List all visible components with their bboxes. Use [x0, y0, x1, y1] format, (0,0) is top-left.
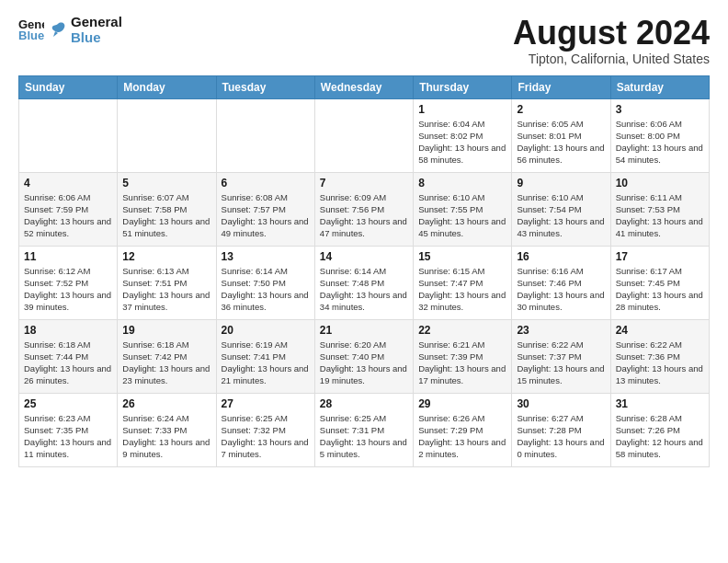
day-number: 17: [616, 250, 704, 263]
day-number: 9: [517, 177, 605, 190]
day-number: 29: [418, 397, 506, 410]
logo-general: General: [71, 15, 122, 30]
day-number: 18: [24, 324, 112, 337]
day-number: 27: [222, 397, 310, 410]
title-area: August 2024 Tipton, California, United S…: [513, 15, 710, 66]
day-info: Sunrise: 6:25 AMSunset: 7:31 PMDaylight:…: [320, 412, 408, 461]
calendar-cell: 26Sunrise: 6:24 AMSunset: 7:33 PMDayligh…: [118, 393, 216, 466]
day-number: 23: [517, 324, 605, 337]
day-number: 24: [616, 324, 704, 337]
calendar-cell: 15Sunrise: 6:15 AMSunset: 7:47 PMDayligh…: [414, 246, 512, 319]
day-number: 1: [418, 103, 506, 116]
calendar-cell: 24Sunrise: 6:22 AMSunset: 7:36 PMDayligh…: [610, 319, 709, 393]
calendar-cell: 10Sunrise: 6:11 AMSunset: 7:53 PMDayligh…: [610, 172, 709, 246]
day-info: Sunrise: 6:10 AMSunset: 7:54 PMDaylight:…: [517, 191, 605, 240]
calendar-week-row: 18Sunrise: 6:18 AMSunset: 7:44 PMDayligh…: [19, 319, 710, 393]
weekday-header-saturday: Saturday: [610, 75, 709, 98]
svg-text:Blue: Blue: [18, 29, 44, 41]
calendar-cell: 30Sunrise: 6:27 AMSunset: 7:28 PMDayligh…: [512, 393, 610, 466]
calendar-cell: 2Sunrise: 6:05 AMSunset: 8:01 PMDaylight…: [512, 98, 610, 172]
calendar-cell: 16Sunrise: 6:16 AMSunset: 7:46 PMDayligh…: [512, 246, 610, 319]
calendar-cell: 27Sunrise: 6:25 AMSunset: 7:32 PMDayligh…: [216, 393, 314, 466]
day-info: Sunrise: 6:06 AMSunset: 7:59 PMDaylight:…: [24, 191, 112, 240]
location: Tipton, California, United States: [513, 52, 710, 66]
calendar-cell: 23Sunrise: 6:22 AMSunset: 7:37 PMDayligh…: [512, 319, 610, 393]
calendar-cell: 6Sunrise: 6:08 AMSunset: 7:57 PMDaylight…: [216, 172, 314, 246]
day-number: 28: [320, 397, 408, 410]
weekday-header-friday: Friday: [512, 75, 610, 98]
calendar-cell: 9Sunrise: 6:10 AMSunset: 7:54 PMDaylight…: [512, 172, 610, 246]
logo-icon: General Blue: [18, 16, 44, 41]
weekday-header-row: SundayMondayTuesdayWednesdayThursdayFrid…: [19, 75, 710, 98]
calendar-cell: 31Sunrise: 6:28 AMSunset: 7:26 PMDayligh…: [610, 393, 709, 466]
month-year: August 2024: [513, 15, 710, 52]
weekday-header-sunday: Sunday: [19, 75, 118, 98]
day-number: 15: [418, 250, 506, 263]
day-number: 10: [616, 177, 704, 190]
day-info: Sunrise: 6:10 AMSunset: 7:55 PMDaylight:…: [418, 191, 506, 240]
day-number: 13: [222, 250, 310, 263]
day-number: 14: [320, 250, 408, 263]
calendar-cell: 20Sunrise: 6:19 AMSunset: 7:41 PMDayligh…: [216, 319, 314, 393]
weekday-header-wednesday: Wednesday: [314, 75, 413, 98]
day-info: Sunrise: 6:14 AMSunset: 7:48 PMDaylight:…: [320, 265, 408, 314]
calendar-cell: 11Sunrise: 6:12 AMSunset: 7:52 PMDayligh…: [19, 246, 118, 319]
day-info: Sunrise: 6:22 AMSunset: 7:36 PMDaylight:…: [616, 339, 704, 387]
day-info: Sunrise: 6:19 AMSunset: 7:41 PMDaylight:…: [222, 339, 310, 387]
day-info: Sunrise: 6:23 AMSunset: 7:35 PMDaylight:…: [24, 412, 112, 461]
day-number: 8: [418, 177, 506, 190]
calendar-cell: 28Sunrise: 6:25 AMSunset: 7:31 PMDayligh…: [314, 393, 413, 466]
calendar-cell: 19Sunrise: 6:18 AMSunset: 7:42 PMDayligh…: [118, 319, 216, 393]
calendar-cell: 14Sunrise: 6:14 AMSunset: 7:48 PMDayligh…: [314, 246, 413, 319]
day-number: 2: [517, 103, 605, 116]
logo: General Blue General Blue: [18, 15, 122, 45]
day-number: 3: [616, 103, 704, 116]
calendar-table: SundayMondayTuesdayWednesdayThursdayFrid…: [18, 75, 710, 467]
day-number: 20: [222, 324, 310, 337]
day-number: 6: [222, 177, 310, 190]
day-info: Sunrise: 6:21 AMSunset: 7:39 PMDaylight:…: [418, 339, 506, 387]
day-number: 19: [122, 324, 210, 337]
calendar-cell: 1Sunrise: 6:04 AMSunset: 8:02 PMDaylight…: [414, 98, 512, 172]
day-number: 11: [24, 250, 112, 263]
day-info: Sunrise: 6:11 AMSunset: 7:53 PMDaylight:…: [616, 191, 704, 240]
calendar-cell: [314, 98, 413, 172]
calendar-cell: [118, 98, 216, 172]
calendar-cell: 25Sunrise: 6:23 AMSunset: 7:35 PMDayligh…: [19, 393, 118, 466]
day-info: Sunrise: 6:28 AMSunset: 7:26 PMDaylight:…: [616, 412, 704, 461]
day-info: Sunrise: 6:15 AMSunset: 7:47 PMDaylight:…: [418, 265, 506, 314]
day-info: Sunrise: 6:13 AMSunset: 7:51 PMDaylight:…: [122, 265, 210, 314]
weekday-header-monday: Monday: [118, 75, 216, 98]
calendar-cell: 3Sunrise: 6:06 AMSunset: 8:00 PMDaylight…: [610, 98, 709, 172]
logo-blue: Blue: [71, 30, 122, 46]
day-info: Sunrise: 6:24 AMSunset: 7:33 PMDaylight:…: [122, 412, 210, 461]
calendar-cell: 22Sunrise: 6:21 AMSunset: 7:39 PMDayligh…: [414, 319, 512, 393]
calendar-cell: [216, 98, 314, 172]
calendar-cell: 29Sunrise: 6:26 AMSunset: 7:29 PMDayligh…: [414, 393, 512, 466]
calendar-cell: 8Sunrise: 6:10 AMSunset: 7:55 PMDaylight…: [414, 172, 512, 246]
weekday-header-thursday: Thursday: [414, 75, 512, 98]
day-info: Sunrise: 6:17 AMSunset: 7:45 PMDaylight:…: [616, 265, 704, 314]
header: General Blue General Blue August 2024: [18, 15, 710, 66]
day-number: 16: [517, 250, 605, 263]
day-info: Sunrise: 6:12 AMSunset: 7:52 PMDaylight:…: [24, 265, 112, 314]
calendar-cell: 5Sunrise: 6:07 AMSunset: 7:58 PMDaylight…: [118, 172, 216, 246]
day-number: 22: [418, 324, 506, 337]
weekday-header-tuesday: Tuesday: [216, 75, 314, 98]
day-number: 12: [122, 250, 210, 263]
calendar-cell: 4Sunrise: 6:06 AMSunset: 7:59 PMDaylight…: [19, 172, 118, 246]
day-info: Sunrise: 6:26 AMSunset: 7:29 PMDaylight:…: [418, 412, 506, 461]
calendar-cell: 12Sunrise: 6:13 AMSunset: 7:51 PMDayligh…: [118, 246, 216, 319]
day-number: 5: [122, 177, 210, 190]
calendar-cell: 18Sunrise: 6:18 AMSunset: 7:44 PMDayligh…: [19, 319, 118, 393]
day-info: Sunrise: 6:25 AMSunset: 7:32 PMDaylight:…: [222, 412, 310, 461]
day-info: Sunrise: 6:06 AMSunset: 8:00 PMDaylight:…: [616, 118, 704, 167]
day-info: Sunrise: 6:05 AMSunset: 8:01 PMDaylight:…: [517, 118, 605, 167]
calendar-cell: 17Sunrise: 6:17 AMSunset: 7:45 PMDayligh…: [610, 246, 709, 319]
page: General Blue General Blue August 2024: [0, 0, 728, 482]
day-info: Sunrise: 6:07 AMSunset: 7:58 PMDaylight:…: [122, 191, 210, 240]
calendar-cell: 21Sunrise: 6:20 AMSunset: 7:40 PMDayligh…: [314, 319, 413, 393]
day-number: 30: [517, 397, 605, 410]
day-info: Sunrise: 6:04 AMSunset: 8:02 PMDaylight:…: [418, 118, 506, 167]
calendar-cell: 7Sunrise: 6:09 AMSunset: 7:56 PMDaylight…: [314, 172, 413, 246]
